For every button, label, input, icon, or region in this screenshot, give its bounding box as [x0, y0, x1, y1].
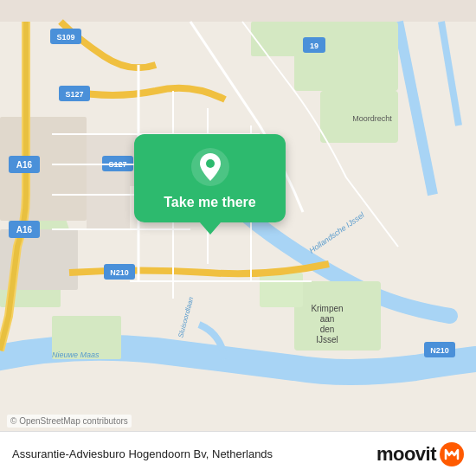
svg-point-47	[206, 159, 215, 168]
svg-text:A16: A16	[16, 225, 33, 235]
moovit-brand-icon	[440, 442, 464, 466]
take-me-there-popup[interactable]: Take me there	[134, 134, 286, 222]
svg-rect-12	[87, 186, 130, 229]
take-me-there-button[interactable]: Take me there	[164, 195, 255, 210]
moovit-logo: moovit	[376, 442, 464, 466]
svg-text:Krimpen: Krimpen	[311, 304, 343, 313]
svg-text:S127: S127	[65, 90, 83, 99]
svg-text:aan: aan	[320, 314, 335, 324]
svg-text:IJssel: IJssel	[316, 335, 338, 344]
bottom-bar: Assurantie-Adviesburo Hogendoorn Bv, Net…	[0, 431, 476, 476]
svg-text:S109: S109	[56, 33, 74, 42]
svg-rect-6	[251, 22, 303, 56]
svg-text:den: den	[320, 325, 335, 334]
svg-text:N210: N210	[430, 346, 449, 355]
map-container: A16 A16 S109 S127 S127 N210 N210 19	[0, 0, 476, 476]
svg-text:N210: N210	[110, 268, 129, 277]
location-pin-icon	[191, 148, 229, 186]
map-background: A16 A16 S109 S127 S127 N210 N210 19	[0, 0, 476, 476]
svg-text:19: 19	[310, 42, 318, 50]
svg-text:A16: A16	[16, 160, 33, 170]
svg-rect-8	[260, 273, 303, 307]
svg-text:Nieuwe Maas: Nieuwe Maas	[52, 351, 100, 359]
moovit-brand-text: moovit	[376, 443, 436, 466]
svg-text:Moordrecht: Moordrecht	[352, 114, 392, 123]
map-attribution: © OpenStreetMap contributors	[7, 415, 132, 428]
location-name: Assurantie-Adviesburo Hogendoorn Bv, Net…	[12, 447, 273, 460]
svg-rect-1	[294, 22, 398, 91]
location-info: Assurantie-Adviesburo Hogendoorn Bv, Net…	[12, 447, 273, 460]
